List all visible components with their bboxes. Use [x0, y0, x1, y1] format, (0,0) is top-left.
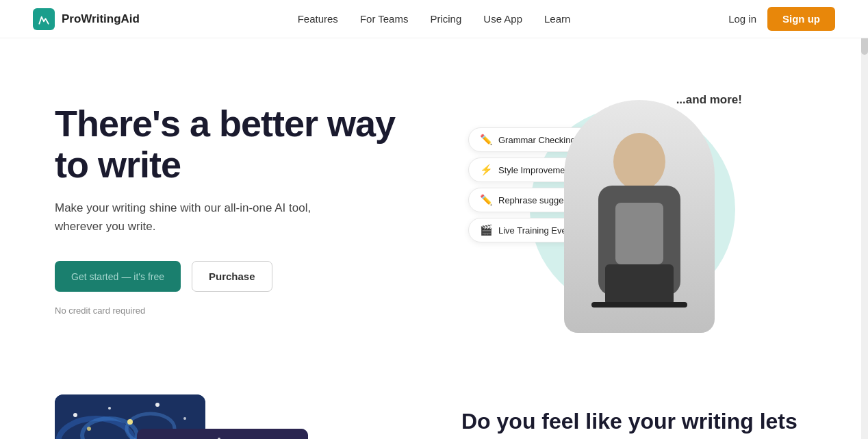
nav-links: Features For Teams Pricing Use App Learn — [298, 13, 571, 25]
nav-learn[interactable]: Learn — [544, 13, 570, 25]
hero-left: There's a better way to write Make your … — [55, 103, 411, 315]
grammar-icon: ✏️ — [480, 134, 493, 146]
svg-point-10 — [108, 407, 111, 410]
hero-illustration: ✏️ Grammar Checking ⚡ Style Improvements… — [468, 86, 756, 333]
nav-for-teams[interactable]: For Teams — [360, 13, 409, 25]
svg-point-11 — [155, 403, 159, 407]
hero-right: ✏️ Grammar Checking ⚡ Style Improvements… — [411, 79, 813, 340]
logo-link[interactable]: ProWritingAid — [33, 8, 140, 30]
svg-point-13 — [127, 419, 133, 425]
section2-title: Do you feel like your writing lets you d… — [461, 408, 813, 439]
svg-rect-2 — [615, 203, 663, 264]
svg-point-12 — [183, 417, 186, 420]
writing-section: My idea in my head Do you feel like your… — [0, 367, 868, 439]
svg-point-14 — [87, 427, 91, 431]
hero-note: No credit card required — [55, 305, 411, 316]
style-icon: ⚡ — [480, 164, 493, 176]
hero-title: There's a better way to write — [55, 103, 411, 185]
writing-text-area: Do you feel like your writing lets you d… — [461, 394, 813, 439]
hero-person-image — [564, 100, 715, 333]
hero-section: There's a better way to write Make your … — [0, 38, 868, 367]
purchase-button[interactable]: Purchase — [192, 261, 272, 292]
nav-use-app[interactable]: Use App — [483, 13, 522, 25]
painting-card-2 — [137, 429, 308, 439]
svg-point-9 — [73, 413, 77, 417]
get-started-button[interactable]: Get started — it's free — [55, 261, 181, 292]
svg-rect-3 — [605, 264, 674, 305]
signup-button[interactable]: Sign up — [767, 7, 835, 31]
and-more-label: ...and more! — [676, 93, 742, 107]
nav-features[interactable]: Features — [298, 13, 338, 25]
brand-name: ProWritingAid — [62, 12, 140, 26]
hero-subtitle: Make your writing shine with our all-in-… — [55, 199, 342, 236]
rephrase-icon: ✏️ — [480, 194, 493, 206]
svg-rect-4 — [591, 302, 687, 308]
scrollbar[interactable] — [861, 0, 868, 439]
writing-image-area: My idea in my head — [55, 394, 407, 439]
navbar-actions: Log in Sign up — [728, 7, 835, 31]
svg-point-0 — [613, 133, 665, 190]
logo-icon — [33, 8, 55, 30]
navbar: ProWritingAid Features For Teams Pricing… — [0, 0, 868, 38]
login-link[interactable]: Log in — [728, 13, 756, 25]
hero-buttons: Get started — it's free Purchase — [55, 261, 411, 292]
training-icon: 🎬 — [480, 224, 493, 236]
nav-pricing[interactable]: Pricing — [430, 13, 461, 25]
svg-rect-15 — [137, 429, 308, 439]
